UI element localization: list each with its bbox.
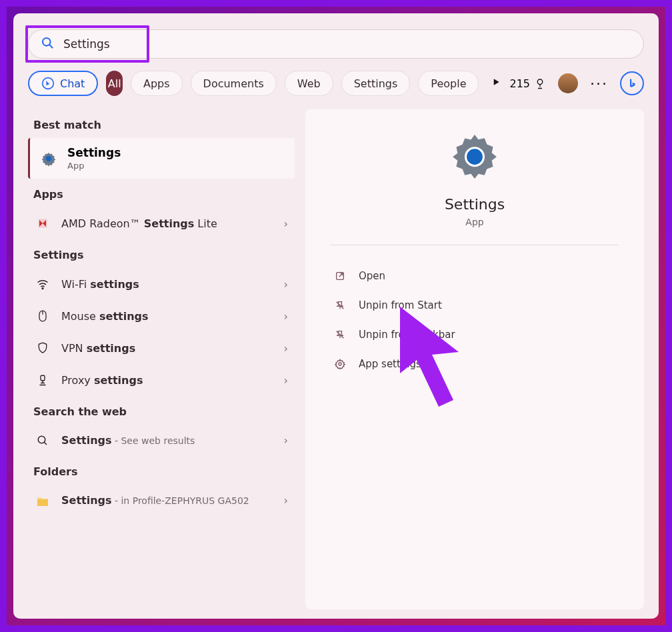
- action-app-settings[interactable]: App settings: [331, 349, 619, 379]
- folder-icon: [35, 495, 51, 506]
- chevron-right-icon: ›: [284, 217, 288, 230]
- svg-line-1: [49, 45, 52, 47]
- section-settings: Settings: [28, 239, 295, 268]
- chevron-right-icon: ›: [284, 434, 288, 447]
- search-bar-container: Settings: [28, 29, 644, 59]
- result-mouse-settings[interactable]: Mouse settings ›: [28, 300, 295, 332]
- best-match-subtitle: App: [67, 161, 121, 171]
- user-avatar[interactable]: [558, 73, 578, 93]
- bing-button[interactable]: [620, 71, 644, 95]
- section-folders: Folders: [28, 456, 295, 485]
- best-match-title: Settings: [67, 146, 121, 159]
- best-match-item[interactable]: Settings App: [28, 138, 295, 179]
- svg-point-3: [537, 79, 543, 85]
- action-list: Open Unpin from Start Unpin from taskbar…: [331, 261, 619, 379]
- result-vpn-settings[interactable]: VPN settings ›: [28, 332, 295, 364]
- tab-settings[interactable]: Settings: [341, 71, 411, 96]
- detail-subtitle: App: [331, 217, 619, 227]
- rewards-points[interactable]: 215: [509, 77, 546, 90]
- gear-icon: [333, 357, 347, 371]
- search-icon: [41, 36, 54, 52]
- more-options-icon[interactable]: ···: [590, 75, 608, 92]
- start-search-window: Settings Chat All Apps Documents Web Set…: [13, 13, 659, 619]
- chevron-right-icon: ›: [284, 342, 288, 355]
- result-proxy-settings[interactable]: Proxy settings ›: [28, 364, 295, 396]
- section-best-match: Best match: [28, 109, 295, 138]
- svg-point-4: [46, 155, 51, 161]
- section-apps: Apps: [28, 179, 295, 207]
- chevron-right-icon: ›: [284, 310, 288, 323]
- svg-line-10: [44, 442, 47, 445]
- settings-app-icon: [39, 149, 58, 168]
- result-web-search[interactable]: Settings - See web results ›: [28, 425, 295, 456]
- bing-icon: [626, 77, 638, 89]
- unpin-icon: [333, 299, 347, 312]
- result-amd-settings-lite[interactable]: AMD Radeon™ Settings Lite ›: [28, 207, 295, 239]
- detail-panel: Settings App Open Unpin from Start Unpin…: [305, 109, 644, 609]
- tab-documents[interactable]: Documents: [191, 71, 277, 96]
- result-wifi-settings[interactable]: Wi-Fi settings ›: [28, 268, 295, 300]
- svg-point-14: [339, 363, 341, 365]
- detail-title: Settings: [331, 196, 619, 213]
- result-folder-settings[interactable]: Settings - in Profile-ZEPHYRUS GA502 ›: [28, 485, 295, 516]
- mouse-icon: [35, 309, 51, 323]
- open-icon: [333, 269, 347, 283]
- search-filter-tabs: Chat All Apps Documents Web Settings Peo…: [28, 71, 644, 96]
- results-area: Best match Settings App Apps AMD Radeon™…: [28, 109, 644, 609]
- search-input-value: Settings: [63, 37, 110, 51]
- tab-chat[interactable]: Chat: [28, 71, 98, 96]
- action-unpin-start[interactable]: Unpin from Start: [331, 291, 619, 320]
- tab-people[interactable]: People: [418, 71, 479, 96]
- wifi-icon: [35, 277, 51, 291]
- tab-chat-label: Chat: [60, 77, 85, 90]
- search-input[interactable]: Settings: [28, 29, 644, 59]
- svg-rect-8: [41, 375, 45, 381]
- svg-point-5: [42, 288, 43, 289]
- chevron-right-icon: ›: [284, 278, 288, 291]
- action-open[interactable]: Open: [331, 261, 619, 291]
- bing-chat-icon: [41, 77, 55, 90]
- amd-icon: [35, 217, 51, 230]
- action-unpin-taskbar[interactable]: Unpin from taskbar: [331, 320, 619, 349]
- shield-icon: [35, 341, 51, 355]
- tab-all[interactable]: All: [106, 71, 123, 96]
- search-icon: [35, 435, 51, 447]
- chevron-right-icon: ›: [284, 374, 288, 387]
- settings-app-icon-large: [449, 129, 500, 180]
- results-list: Best match Settings App Apps AMD Radeon™…: [28, 109, 295, 609]
- chevron-right-icon: ›: [284, 494, 288, 507]
- trophy-icon: [534, 77, 546, 89]
- tab-web[interactable]: Web: [285, 71, 333, 96]
- svg-point-9: [38, 436, 45, 443]
- more-filters-icon[interactable]: [491, 77, 501, 90]
- section-search-web: Search the web: [28, 396, 295, 425]
- proxy-icon: [35, 373, 51, 387]
- tab-apps[interactable]: Apps: [131, 71, 183, 96]
- unpin-icon: [333, 328, 347, 341]
